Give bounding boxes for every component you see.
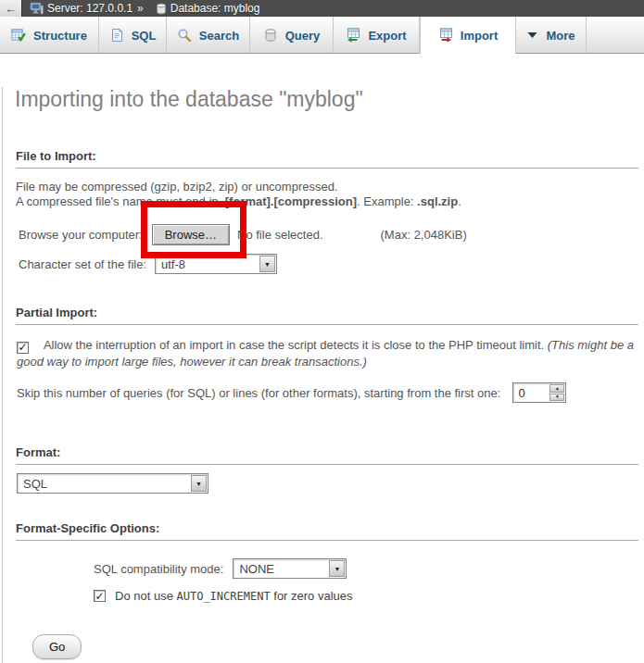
search-icon [177,28,192,43]
charset-label: Character set of the file: [19,257,146,271]
tab-label: SQL [132,29,157,43]
filename-format-mid: . Example: [357,194,413,208]
tab-export[interactable]: Export [334,17,420,54]
breadcrumb-database[interactable]: Database: myblog [170,2,260,15]
breadcrumb-separator: » [137,2,144,15]
filename-format-prefix: A compressed file's name must end in [16,194,219,208]
tab-label: Query [285,29,321,43]
sql-compat-row: SQL compatibility mode: NONE ▼ [94,558,644,579]
sql-compat-select[interactable]: NONE ▼ [233,558,347,579]
file-info-text: File may be compressed (gzip, bzip2, zip… [16,180,644,209]
spinner-down-icon[interactable]: ▼ [549,394,564,402]
filename-format-pattern: .[format].[compression] [221,194,357,208]
import-icon [438,28,453,43]
dropdown-arrow-icon[interactable]: ▼ [191,475,207,492]
skip-queries-input[interactable]: 0 ▲ ▼ [512,382,566,403]
format-heading: Format: [16,445,638,465]
breadcrumb-server[interactable]: Server: 127.0.0.1 [47,2,133,15]
sql-compat-value: NONE [234,560,329,577]
allow-interruption-text: Allow the interruption of an import in c… [44,338,544,352]
max-upload-size: (Max: 2,048KiB) [381,228,467,242]
tab-structure[interactable]: Structure [0,17,99,54]
charset-select-value: utf-8 [157,256,259,272]
format-specific-heading: Format-Specific Options: [16,521,638,541]
filename-format-line: A compressed file's name must end in .[f… [16,194,644,209]
query-icon [263,28,278,43]
browse-button[interactable]: Browse… [152,224,230,245]
tab-import[interactable]: Import [420,17,516,54]
skip-queries-label: Skip this number of queries (for SQL) or… [17,386,500,400]
browse-row: Browse your computer: Browse… No file se… [19,224,644,245]
auto-increment-row: ✓ Do not use AUTO_INCREMENT for zero val… [94,589,644,603]
back-arrow-button[interactable]: ← [0,0,22,17]
go-button[interactable]: Go [32,634,82,659]
chevron-down-icon [526,31,538,40]
tab-bar: Structure SQL Search Query [0,17,644,54]
auto-increment-code: AUTO_INCREMENT [177,590,271,603]
partial-import-heading: Partial Import: [16,306,638,325]
tab-search[interactable]: Search [167,17,250,54]
tab-query[interactable]: Query [250,17,334,54]
sql-icon [109,28,124,43]
structure-icon [11,28,26,43]
format-select-value: SQL [19,475,191,492]
tab-label: More [546,29,575,43]
database-icon [156,3,167,15]
file-to-import-heading: File to Import: [16,149,638,169]
server-icon [30,2,44,15]
no-file-selected-text: No file selected. [237,228,323,242]
skip-queries-row: Skip this number of queries (for SQL) or… [17,382,644,403]
tab-sql[interactable]: SQL [99,17,167,54]
auto-increment-text: Do not use AUTO_INCREMENT for zero value… [115,589,353,603]
allow-interruption-checkbox[interactable]: ✓ [17,342,29,354]
auto-increment-checkbox[interactable]: ✓ [94,590,106,602]
back-arrow-icon: ← [5,3,17,15]
charset-select[interactable]: utf-8 ▼ [155,254,277,274]
export-icon [346,28,360,43]
tab-label: Search [199,29,239,43]
charset-row: Character set of the file: utf-8 ▼ [19,254,644,274]
auto-increment-suffix: for zero values [273,589,352,603]
filename-format-end: . [458,194,461,208]
compression-info-line: File may be compressed (gzip, bzip2, zip… [16,180,644,194]
dropdown-arrow-icon[interactable]: ▼ [329,560,345,577]
page-title: Importing into the database "myblog" [15,87,644,112]
filename-format-example: .sql.zip [417,194,458,208]
spinner-buttons: ▲ ▼ [549,384,564,401]
tab-more[interactable]: More [516,17,587,54]
allow-interruption-row: ✓ Allow the interruption of an import in… [17,337,638,370]
skip-queries-value[interactable]: 0 [514,384,549,401]
tab-label: Export [368,29,406,43]
breadcrumb-bar: ← Server: 127.0.0.1 » Database: myblog [0,0,644,17]
dropdown-arrow-icon[interactable]: ▼ [259,256,275,272]
sql-compat-label: SQL compatibility mode: [94,562,223,576]
spinner-up-icon[interactable]: ▲ [549,384,564,393]
tab-label: Import [461,29,498,43]
tab-label: Structure [33,29,87,43]
browse-label: Browse your computer: [19,228,143,242]
auto-increment-prefix: Do not use [115,589,173,603]
main-content: Importing into the database "myblog" Fil… [2,87,644,663]
format-select[interactable]: SQL ▼ [17,473,208,494]
